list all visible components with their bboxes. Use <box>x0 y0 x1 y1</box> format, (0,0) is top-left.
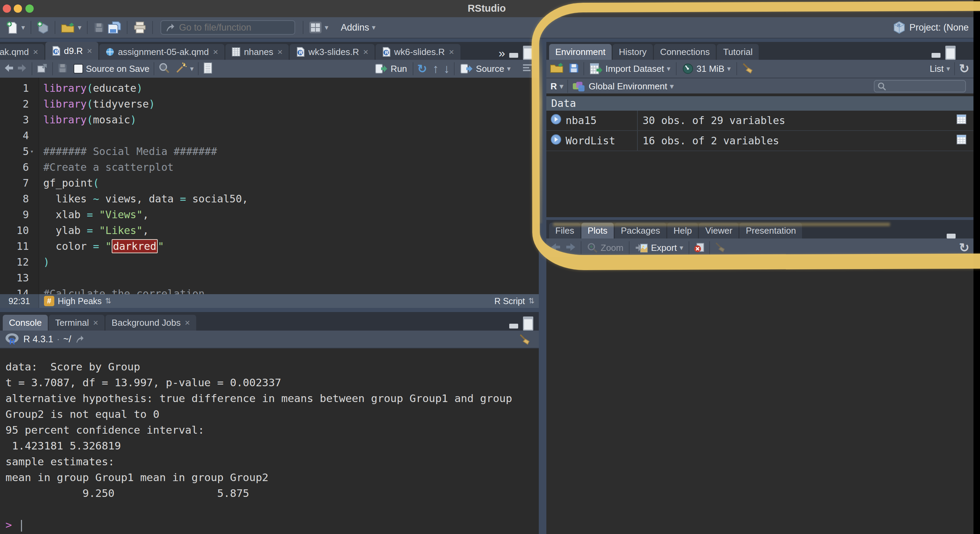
refresh-plots-button[interactable]: ↻ <box>959 240 969 255</box>
zoom-plot-button[interactable]: Zoom <box>585 242 625 253</box>
tab-plots[interactable]: Plots <box>581 222 614 238</box>
open-directory-icon[interactable] <box>75 334 84 344</box>
environment-search-input[interactable] <box>886 81 963 91</box>
list-view-label[interactable]: List <box>930 64 943 74</box>
memory-usage-button[interactable]: 31 MiB ▾ <box>681 63 732 75</box>
document-outline-button[interactable] <box>522 63 533 75</box>
open-in-new-window-button[interactable] <box>37 62 48 75</box>
source-on-save-checkbox[interactable] <box>73 64 83 73</box>
addins-menu[interactable]: Addins ▾ <box>336 22 377 33</box>
file-type-label[interactable]: R Script <box>495 296 525 306</box>
load-workspace-button[interactable] <box>550 62 563 75</box>
minimize-pane-icon[interactable] <box>932 53 940 58</box>
close-icon[interactable]: × <box>277 47 282 57</box>
close-icon[interactable]: × <box>363 47 368 57</box>
minimize-pane-icon[interactable] <box>509 53 518 58</box>
goto-file-input[interactable] <box>178 22 301 33</box>
chevron-down-icon[interactable]: ▾ <box>727 65 731 73</box>
tab-background-jobs[interactable]: Background Jobs × <box>105 315 196 331</box>
clear-environment-button[interactable] <box>741 62 754 76</box>
import-dataset-button[interactable]: Import Dataset ▾ <box>588 63 672 75</box>
expand-object-icon[interactable] <box>550 134 562 148</box>
chevron-down-icon[interactable]: ▾ <box>78 23 82 32</box>
chevron-down-icon[interactable]: ▾ <box>670 82 674 91</box>
tab-console[interactable]: Console <box>3 315 48 331</box>
tab-overflow-button[interactable]: » <box>499 46 505 60</box>
clear-all-plots-button[interactable] <box>714 241 726 254</box>
tab-nhanes[interactable]: nhanes × <box>226 44 289 60</box>
expand-object-icon[interactable] <box>550 114 562 127</box>
minimize-pane-icon[interactable] <box>947 234 956 238</box>
save-source-button[interactable] <box>57 62 68 75</box>
save-all-button[interactable] <box>106 21 123 34</box>
chevron-down-icon[interactable]: ▾ <box>507 65 511 73</box>
close-icon[interactable]: × <box>185 318 190 328</box>
project-menu[interactable]: R Project: (None <box>893 21 969 34</box>
maximize-pane-icon[interactable] <box>523 46 533 60</box>
tab-wk6-slides[interactable]: R wk6-slides.R × <box>375 44 460 60</box>
remove-plot-button[interactable] <box>694 241 705 254</box>
language-selector[interactable]: R <box>550 81 557 92</box>
chevron-down-icon[interactable]: ▾ <box>946 65 950 73</box>
environment-selector[interactable]: Global Environment <box>589 81 667 92</box>
environment-search-box[interactable] <box>874 80 966 92</box>
tab-help[interactable]: Help <box>667 222 698 238</box>
chevron-down-icon[interactable]: ▾ <box>667 65 671 73</box>
fold-toggle-icon[interactable]: ▾ <box>30 144 34 159</box>
chevron-down-icon[interactable]: ▾ <box>21 23 25 32</box>
section-label[interactable]: High Peaks <box>58 296 102 306</box>
maximize-pane-icon[interactable] <box>523 316 533 331</box>
maximize-pane-icon[interactable] <box>945 46 956 60</box>
tab-files[interactable]: Files <box>549 222 581 238</box>
chevron-down-icon[interactable]: ▾ <box>325 23 328 32</box>
object-row-wordlist[interactable]: WordList 16 obs. of 2 variables <box>546 131 974 151</box>
tab-tutorial[interactable]: Tutorial <box>717 44 759 60</box>
code-editor[interactable]: 1library(educate) 2library(tidyverse) 3l… <box>0 78 539 294</box>
new-file-button[interactable]: ▾ <box>5 21 27 34</box>
next-plot-button[interactable] <box>565 242 577 254</box>
file-type-selector-icon[interactable]: ⇅ <box>528 297 535 305</box>
source-button[interactable]: Source ▾ <box>459 63 512 75</box>
console-output[interactable]: data: Score by Group t = 3.7087, df = 13… <box>0 348 539 534</box>
nav-back-button[interactable] <box>3 63 14 75</box>
close-icon[interactable]: × <box>213 47 218 57</box>
save-workspace-button[interactable] <box>568 62 579 75</box>
refresh-environment-button[interactable]: ↻ <box>959 62 969 76</box>
pane-layout-button[interactable]: ▾ <box>307 21 330 34</box>
tab-environment[interactable]: Environment <box>549 44 612 60</box>
chevron-down-icon[interactable]: ▾ <box>680 244 684 252</box>
tab-connections[interactable]: Connections <box>654 44 716 60</box>
open-file-button[interactable]: ▾ <box>59 21 83 34</box>
tab-d9-r[interactable]: R d9.R × <box>45 42 98 60</box>
previous-plot-button[interactable] <box>550 242 562 254</box>
object-row-nba15[interactable]: nba15 30 obs. of 29 variables <box>546 111 974 131</box>
tab-wk3-slides[interactable]: R wk3-slides.R × <box>290 44 375 60</box>
view-data-icon[interactable] <box>956 134 967 147</box>
view-data-icon[interactable] <box>956 114 967 127</box>
rerun-button[interactable]: ↻ <box>417 62 428 76</box>
close-icon[interactable]: × <box>87 46 92 56</box>
compile-report-button[interactable] <box>203 62 213 75</box>
tab-assignment-05[interactable]: assignment-05-ak.qmd × <box>99 44 224 60</box>
chevron-down-icon[interactable]: ▾ <box>560 82 563 91</box>
close-icon[interactable]: × <box>33 47 38 57</box>
tab-ak-qmd[interactable]: -ak.qmd × <box>0 44 45 60</box>
close-icon[interactable]: × <box>449 47 454 57</box>
new-project-button[interactable] <box>35 21 51 34</box>
run-button[interactable]: Run <box>374 63 409 75</box>
save-button[interactable] <box>92 22 106 33</box>
tab-history[interactable]: History <box>612 44 653 60</box>
minimize-pane-icon[interactable] <box>509 324 518 329</box>
clear-console-icon[interactable] <box>518 333 531 346</box>
section-selector-icon[interactable]: ⇅ <box>105 297 111 305</box>
export-plot-button[interactable]: Export ▾ <box>634 242 684 254</box>
chevron-down-icon[interactable]: ▾ <box>190 65 194 73</box>
code-tools-button[interactable] <box>175 62 187 76</box>
tab-viewer[interactable]: Viewer <box>699 222 738 238</box>
close-icon[interactable]: × <box>93 318 98 328</box>
nav-forward-button[interactable] <box>16 63 27 75</box>
source-up-button[interactable]: ↑ <box>433 62 439 76</box>
console-prompt-row[interactable]: > <box>5 517 539 532</box>
goto-file-search[interactable] <box>161 20 295 35</box>
find-replace-button[interactable] <box>158 62 170 75</box>
